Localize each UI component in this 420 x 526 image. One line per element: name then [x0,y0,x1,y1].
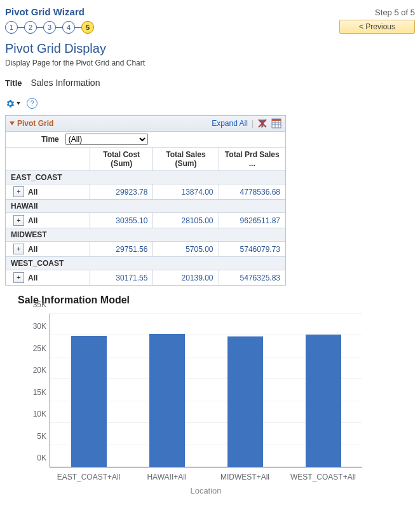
collapse-icon[interactable] [10,121,15,125]
cell-total-prd: 4778536.68 [219,184,285,200]
caret-down-icon [17,102,20,105]
chart-xlabel: Location [50,486,362,495]
chart-title: Sale Information Model [18,294,414,306]
col-total-sales[interactable]: Total Sales (Sum) [153,148,219,171]
xtick: EAST_COAST+All [50,473,128,481]
time-filter-label: Time [41,135,59,144]
all-label[interactable]: All [28,188,37,197]
cell-total-sales: 28105.00 [153,213,219,228]
step-indicator: Step 5 of 5 [375,8,415,17]
xtick: WEST_COAST+All [284,473,362,481]
pivot-table: Total Cost (Sum) Total Sales (Sum) Total… [6,148,285,285]
ytick: 15K [33,388,50,397]
region-header[interactable]: HAWAII [6,200,285,213]
grid-settings-icon[interactable] [271,118,281,128]
region-header[interactable]: MIDWEST [6,228,285,242]
all-label[interactable]: All [28,216,37,225]
ytick: 30K [33,322,50,331]
region-header[interactable]: EAST_COAST [6,171,285,184]
gear-icon [5,99,15,109]
cell-total-prd: 5476325.83 [219,270,285,286]
bar[interactable] [149,334,185,467]
step-4[interactable]: 4 [62,21,75,34]
cell-total-cost: 29923.78 [90,184,153,200]
cell-total-cost: 29751.56 [90,242,153,257]
wizard-title: Pivot Grid Wizard [5,6,85,17]
svg-rect-1 [272,119,281,121]
cell-total-sales: 13874.00 [153,184,219,200]
expand-button[interactable]: + [13,186,24,197]
expand-button[interactable]: + [13,244,24,254]
bar[interactable] [71,336,107,467]
cell-total-cost: 30355.10 [90,213,153,228]
col-total-prd[interactable]: Total Prd Sales ... [219,148,285,171]
options-menu[interactable] [5,99,20,109]
page-title: Pivot Grid Display [5,41,415,56]
help-icon[interactable]: ? [27,98,37,109]
ytick: 25K [33,344,50,353]
step-1[interactable]: 1 [5,21,18,34]
cell-total-sales: 20139.00 [153,270,219,286]
region-header[interactable]: WEST_COAST [6,257,285,270]
step-tracker: 1 2 3 4 5 [5,21,94,34]
ytick: 20K [33,366,50,375]
filter-icon[interactable] [257,118,268,128]
previous-button[interactable]: < Previous [339,20,415,34]
title-value: Sales Information [31,78,100,88]
cell-total-cost: 30171.55 [90,270,153,286]
all-label[interactable]: All [28,273,37,282]
pivot-grid-title: Pivot Grid [17,119,53,128]
bar[interactable] [227,336,263,467]
step-3[interactable]: 3 [43,21,56,34]
bar-chart: Total Cost 0K5K10K15K20K25K30K35K EAST_C… [9,311,365,495]
expand-button[interactable]: + [13,215,24,226]
xtick: MIDWEST+All [206,473,284,481]
page-subtitle: Display Page for the Pivot Grid and Char… [5,59,415,67]
bar[interactable] [306,335,341,467]
ytick: 35K [33,300,50,309]
ytick: 10K [33,410,50,419]
title-label: Title [5,78,22,88]
col-total-cost[interactable]: Total Cost (Sum) [90,148,153,171]
col-blank [6,148,90,171]
ytick: 0K [37,453,50,462]
expand-all-link[interactable]: Expand All [212,119,248,128]
cell-total-prd: 5746079.73 [219,242,285,257]
xtick: HAWAII+All [128,473,206,481]
pivot-grid: Pivot Grid Expand All | Time (All) Total… [5,115,286,286]
all-label[interactable]: All [28,245,37,254]
step-2[interactable]: 2 [24,21,37,34]
cell-total-sales: 5705.00 [153,242,219,257]
cell-total-prd: 9626511.87 [219,213,285,228]
ytick: 5K [37,432,50,441]
time-filter-select[interactable]: (All) [65,134,148,145]
expand-button[interactable]: + [13,272,24,283]
step-5[interactable]: 5 [81,21,94,34]
